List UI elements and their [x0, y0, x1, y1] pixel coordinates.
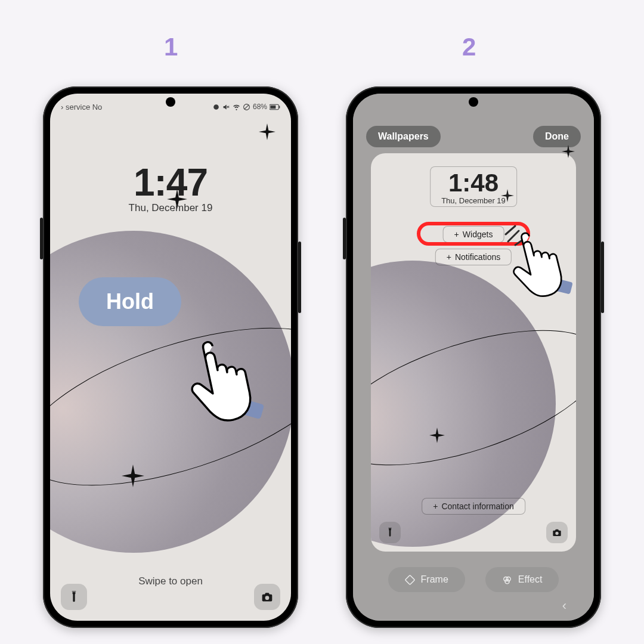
wallpapers-button[interactable]: Wallpapers: [366, 126, 441, 147]
svg-rect-6: [405, 575, 414, 584]
svg-rect-3: [270, 105, 275, 109]
preview-date: Thu, December 19: [441, 196, 506, 205]
sparkle-icon: [429, 428, 445, 443]
lock-time: 1:47: [50, 160, 291, 205]
effect-icon: [502, 575, 512, 585]
add-notifications-label: Notifications: [455, 252, 500, 262]
add-contact-info-button[interactable]: + Contact information: [422, 498, 525, 515]
camera-notch: [166, 97, 175, 107]
plus-icon: +: [447, 252, 451, 262]
status-carrier: › service No: [61, 103, 102, 112]
lock-date: Thu, December 19: [50, 202, 291, 214]
back-chevron-icon[interactable]: ‹: [562, 598, 566, 614]
battery-icon: [270, 104, 280, 110]
lock-clock: 1:47 Thu, December 19: [50, 160, 291, 214]
sparkle-icon: [259, 123, 275, 140]
phone-frame-1: › service No 68% 1:47 Thu, December 19 H…: [43, 86, 298, 628]
effect-button[interactable]: Effect: [485, 567, 559, 592]
hold-gesture-label: Hold: [79, 277, 181, 326]
effect-label: Effect: [518, 574, 543, 585]
frame-button[interactable]: Frame: [388, 567, 465, 592]
step-number-1: 1: [164, 33, 178, 61]
wifi-icon: [233, 103, 240, 111]
camera-button[interactable]: [254, 584, 280, 610]
mute-icon: [222, 103, 230, 111]
sparkle-icon: [122, 465, 144, 487]
edit-lockscreen: Wallpapers Done 1:48 Thu, December 19 + …: [353, 94, 594, 621]
add-contact-label: Contact information: [441, 501, 513, 511]
status-icons-right: 68%: [212, 103, 280, 111]
preview-time: 1:48: [441, 171, 506, 196]
battery-percent: 68%: [253, 103, 267, 111]
lock-screen[interactable]: › service No 68% 1:47 Thu, December 19 H…: [50, 94, 291, 621]
camera-notch: [469, 97, 478, 107]
plus-icon: +: [433, 501, 438, 511]
clock-widget-slot[interactable]: 1:48 Thu, December 19: [430, 166, 517, 207]
frame-label: Frame: [421, 574, 448, 585]
flashlight-button[interactable]: [379, 522, 401, 543]
svg-point-9: [505, 579, 509, 583]
sparkle-icon: [562, 145, 575, 158]
no-sim-icon: [243, 103, 250, 111]
done-button[interactable]: Done: [533, 126, 581, 147]
lockscreen-preview[interactable]: 1:48 Thu, December 19 + Widgets + Notifi…: [371, 153, 576, 552]
bottom-toolbar: Frame Effect: [353, 567, 594, 592]
svg-line-1: [244, 104, 249, 109]
frame-icon: [405, 575, 415, 585]
step-number-2: 2: [462, 33, 476, 61]
camera-button[interactable]: [546, 522, 568, 543]
phone-frame-2: Wallpapers Done 1:48 Thu, December 19 + …: [346, 86, 601, 628]
svg-rect-4: [279, 106, 280, 108]
flashlight-button[interactable]: [61, 584, 87, 610]
alarm-icon: [212, 103, 220, 111]
swipe-to-open: Swipe to open: [50, 575, 291, 587]
